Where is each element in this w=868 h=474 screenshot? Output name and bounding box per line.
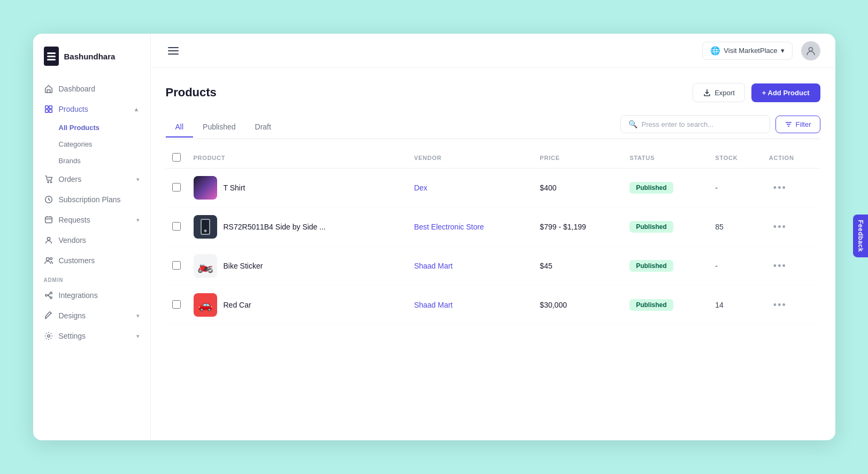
svg-rect-2 <box>45 110 48 112</box>
add-product-button[interactable]: + Add Product <box>751 83 820 102</box>
product-thumb-0 <box>194 176 217 200</box>
tab-published[interactable]: Published <box>193 117 245 137</box>
product-name-3: Red Car <box>224 301 251 309</box>
menu-toggle-button[interactable] <box>166 45 181 57</box>
svg-point-5 <box>50 181 51 182</box>
sidebar-item-subscription[interactable]: Subscription Plans <box>33 189 150 210</box>
marketplace-chevron-icon: ▾ <box>781 47 785 55</box>
col-vendor: VENDOR <box>408 148 533 169</box>
stock-cell-1: 85 <box>715 223 724 231</box>
price-cell-1: $799 - $1,199 <box>540 223 586 231</box>
vendors-icon <box>44 235 53 245</box>
subnav-brands[interactable]: Brands <box>59 152 150 169</box>
subscription-label: Subscription Plans <box>59 195 121 204</box>
integrations-icon <box>44 290 53 300</box>
vendor-link-2[interactable]: Shaad Mart <box>414 262 452 270</box>
sidebar-item-orders[interactable]: Orders ▾ <box>33 169 150 189</box>
tab-all[interactable]: All <box>166 117 194 137</box>
tab-draft[interactable]: Draft <box>245 117 281 137</box>
product-thumb-1 <box>194 215 217 239</box>
row-checkbox-0[interactable] <box>172 183 181 192</box>
page-content: Products Export + Add Product Al <box>151 68 835 440</box>
sidebar-logo: Bashundhara <box>33 47 150 79</box>
logo-icon <box>44 47 59 66</box>
visit-marketplace-button[interactable]: 🌐 Visit MarketPlace ▾ <box>702 42 792 60</box>
products-subnav: All Products Categories Brands <box>33 119 150 169</box>
requests-label: Requests <box>59 216 90 224</box>
sidebar-item-integrations[interactable]: Integrations <box>33 285 150 305</box>
svg-point-15 <box>809 47 812 51</box>
feedback-button[interactable]: Feedback <box>853 215 868 257</box>
settings-icon <box>44 331 53 341</box>
svg-point-13 <box>50 297 52 299</box>
status-badge-2: Published <box>629 260 673 272</box>
sidebar-item-requests[interactable]: Requests ▾ <box>33 210 150 230</box>
search-input[interactable] <box>642 120 759 128</box>
action-menu-0[interactable]: ••• <box>769 180 791 195</box>
brand-name: Bashundhara <box>64 52 116 61</box>
table-row: 🚗 Red Car Shaad Mart $30,000 Published 1… <box>166 286 820 325</box>
stock-cell-3: 14 <box>715 301 724 309</box>
vendor-link-3[interactable]: Shaad Mart <box>414 301 452 309</box>
home-icon <box>44 84 53 94</box>
product-cell-3: 🚗 Red Car <box>194 293 402 317</box>
status-badge-0: Published <box>629 182 673 194</box>
col-stock: STOCK <box>709 148 763 169</box>
svg-point-12 <box>50 292 52 294</box>
vendor-link-0[interactable]: Dex <box>414 184 427 192</box>
designs-label: Designs <box>59 311 86 320</box>
user-avatar[interactable] <box>801 41 820 60</box>
row-checkbox-2[interactable] <box>172 261 181 270</box>
sidebar-item-customers[interactable]: Customers <box>33 250 150 271</box>
svg-rect-1 <box>49 106 51 109</box>
requests-chevron: ▾ <box>136 217 140 224</box>
product-name-0: T Shirt <box>224 184 245 192</box>
export-button[interactable]: Export <box>693 83 745 102</box>
cart-icon <box>44 174 53 184</box>
svg-rect-7 <box>45 217 52 223</box>
svg-rect-3 <box>49 110 51 112</box>
price-cell-3: $30,000 <box>540 301 567 309</box>
col-price: PRICE <box>533 148 623 169</box>
subnav-all-products[interactable]: All Products <box>59 119 150 136</box>
filter-button[interactable]: Filter <box>775 116 820 133</box>
sidebar-item-vendors[interactable]: Vendors <box>33 230 150 250</box>
header-actions: Export + Add Product <box>693 83 820 102</box>
status-badge-1: Published <box>629 221 673 233</box>
price-cell-0: $400 <box>540 184 556 192</box>
select-all-checkbox[interactable] <box>172 153 181 162</box>
feedback-wrapper: Feedback <box>853 215 868 259</box>
vendors-label: Vendors <box>59 236 86 244</box>
action-menu-1[interactable]: ••• <box>769 219 791 234</box>
sidebar-item-products[interactable]: Products ▲ <box>33 99 150 119</box>
action-menu-3[interactable]: ••• <box>769 297 791 312</box>
row-checkbox-3[interactable] <box>172 300 181 309</box>
row-checkbox-1[interactable] <box>172 222 181 231</box>
sidebar-item-settings[interactable]: Settings ▾ <box>33 326 150 346</box>
requests-icon <box>44 215 53 225</box>
svg-point-14 <box>47 335 50 338</box>
search-box[interactable]: 🔍 <box>620 115 770 133</box>
sidebar-item-designs[interactable]: Designs ▾ <box>33 305 150 326</box>
globe-icon: 🌐 <box>710 46 720 56</box>
settings-label: Settings <box>59 332 86 340</box>
main-panel: 🌐 Visit MarketPlace ▾ Products <box>151 34 835 440</box>
topbar: 🌐 Visit MarketPlace ▾ <box>151 34 835 68</box>
action-menu-2[interactable]: ••• <box>769 258 791 273</box>
filter-icon <box>785 120 793 128</box>
settings-chevron: ▾ <box>136 333 140 340</box>
svg-point-9 <box>46 258 49 261</box>
vendor-link-1[interactable]: Best Electronic Store <box>414 223 484 231</box>
sidebar-item-dashboard[interactable]: Dashboard <box>33 79 150 99</box>
page-title: Products <box>166 86 217 100</box>
svg-point-8 <box>47 238 50 240</box>
product-thumb-3: 🚗 <box>194 293 217 317</box>
svg-point-4 <box>48 181 49 182</box>
tabs-search-row: All Published Draft 🔍 Filter <box>166 115 820 139</box>
sidebar: Bashundhara Dashboard Products ▲ All Pro… <box>33 34 151 440</box>
subnav-categories[interactable]: Categories <box>59 136 150 152</box>
marketplace-label: Visit MarketPlace <box>724 47 777 55</box>
product-cell-1: RS72R5011B4 Side by Side ... <box>194 215 402 239</box>
col-product: PRODUCT <box>187 148 408 169</box>
designs-chevron: ▾ <box>136 312 140 319</box>
